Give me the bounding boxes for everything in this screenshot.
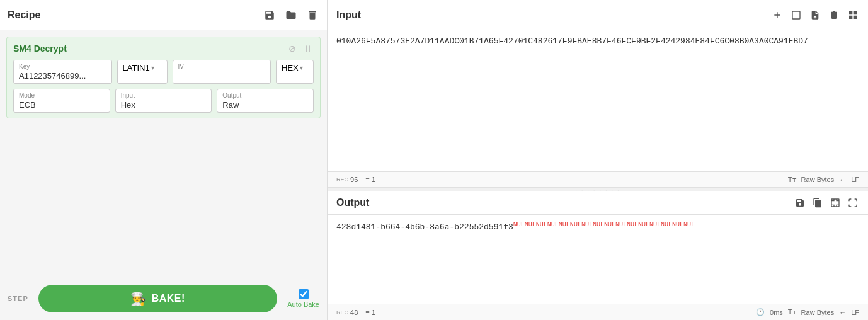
iv-field-box: IV [173,60,271,84]
input-text: 010A26F5A87573E2A7D11AADC01B71A65F42701C… [336,37,808,46]
bake-area: STEP 👨‍🍳 BAKE! Auto Bake [0,277,327,320]
raw-bytes-icon: Tᴛ [788,176,796,184]
grid-input-button[interactable] [847,9,859,21]
time-value: 0ms [770,309,783,316]
recipe-header-icons [263,8,319,22]
raw-bytes-label: Raw Bytes [801,176,835,183]
left-panel: Recipe SM4 Decrypt ⊘ ⏸ [0,0,328,320]
output-section: Output 428d1481-b664-4b6b-8a6a-b22552d59… [328,191,868,320]
null-bytes-text: NULNULNULNULNULNULNULNULNULNULNULNULNULN… [513,221,695,228]
input-field-box: Input Hex [115,89,212,113]
mode-value[interactable]: ECB [19,100,105,110]
clock-icon: 🕐 [756,308,765,316]
recipe-header: Recipe [0,0,327,30]
output-rec-value: 48 [350,309,358,316]
rec-value: 96 [350,176,358,183]
op-block-header: SM4 Decrypt ⊘ ⏸ [13,42,314,55]
latin-value: LATIN1 [123,63,150,72]
clear-input-button[interactable] [828,9,840,21]
key-encoding-field[interactable]: LATIN1 ▾ [117,60,168,84]
mode-field-box: Mode ECB [13,89,110,113]
iv-label: IV [178,63,266,70]
key-value[interactable]: A112235746899... [19,71,106,81]
iv-value[interactable] [178,71,266,81]
sm4-decrypt-block: SM4 Decrypt ⊘ ⏸ Key A112235746899... LAT… [6,37,321,118]
output-value[interactable]: Raw [222,100,308,110]
bake-label: BAKE! [152,293,185,304]
op-block-title: SM4 Decrypt [13,43,67,54]
lines-badge: ≡ 1 [365,176,375,183]
key-field-box: Key A112235746899... [13,60,112,84]
hex-select[interactable]: HEX ▾ [282,63,308,72]
output-rec-label: REC [336,309,348,316]
output-arrow-icon: ← [839,309,846,316]
input-content[interactable]: 010A26F5A87573E2A7D11AADC01B71A65F42701C… [328,30,868,171]
delete-recipe-button[interactable] [306,8,319,22]
bake-button[interactable]: 👨‍🍳 BAKE! [38,285,278,312]
chef-icon: 👨‍🍳 [130,291,147,306]
output-title: Output [336,197,369,209]
input-value[interactable]: Hex [121,100,207,110]
input-panel-title: Input [336,9,361,21]
output-lines-icon: ≡ [365,309,369,316]
output-lines-value: 1 [372,309,375,316]
input-statusbar: REC 96 ≡ 1 Tᴛ Raw Bytes ← LF [328,171,868,188]
lines-value: 1 [372,176,375,183]
output-field-box: Output Raw [217,89,314,113]
output-main-text: 428d1481-b664-4b6b-8a6a-b22552d591f3 [336,222,513,232]
hex-value: HEX [282,63,299,72]
arrow-icon: ← [839,176,846,183]
mode-input-output-row: Mode ECB Input Hex Output Raw [13,89,314,113]
latin-select[interactable]: LATIN1 ▾ [123,63,162,72]
iv-encoding-field[interactable]: HEX ▾ [276,60,314,84]
output-label: Output [222,92,308,99]
key-iv-row: Key A112235746899... LATIN1 ▾ IV HEX [13,60,314,84]
right-panel: Input 010A26F5A87573E2A7D11AADC01B71A65F… [328,0,868,320]
rec-label: REC [336,176,348,183]
output-line-ending-label: LF [851,309,859,316]
svg-rect-0 [792,11,800,19]
svg-rect-1 [831,199,839,207]
expand2-output-button[interactable] [829,197,842,209]
input-label: Input [121,92,207,99]
output-icons [794,197,859,209]
line-ending-label: LF [851,176,859,183]
input-status-left: REC 96 ≡ 1 [336,176,375,183]
output-raw-bytes-icon: Tᴛ [788,308,796,316]
input-panel-header: Input [328,0,868,30]
output-statusbar: REC 48 ≡ 1 🕐 0ms Tᴛ Raw Bytes ← LF [328,304,868,320]
auto-bake-label: Auto Bake [287,300,319,308]
pause-op-button[interactable]: ⏸ [302,42,314,55]
output-raw-bytes-label: Raw Bytes [801,309,835,316]
input-status-right: Tᴛ Raw Bytes ← LF [788,176,859,184]
output-status-right: 🕐 0ms Tᴛ Raw Bytes ← LF [756,308,859,316]
mode-label: Mode [19,92,105,99]
output-lines-badge: ≡ 1 [365,309,375,316]
output-header: Output [328,191,868,215]
open-folder-button[interactable] [284,8,298,22]
latin-chevron-icon: ▾ [151,64,154,71]
recipe-title: Recipe [8,9,40,21]
expand-input-button[interactable] [790,9,802,21]
output-rec-badge: REC 48 [336,309,358,316]
lines-icon: ≡ [365,176,369,183]
rec-badge: REC 96 [336,176,358,183]
auto-bake-wrap: Auto Bake [287,289,319,308]
import-input-button[interactable] [809,9,821,21]
output-content: 428d1481-b664-4b6b-8a6a-b22552d591f3NULN… [328,215,868,304]
output-status-left: REC 48 ≡ 1 [336,309,375,316]
save-output-button[interactable] [794,197,806,209]
fullscreen-output-button[interactable] [847,197,859,209]
add-input-button[interactable] [771,9,784,21]
disable-op-button[interactable]: ⊘ [287,42,297,55]
save-recipe-button[interactable] [263,8,277,22]
op-block-controls: ⊘ ⏸ [287,42,314,55]
operations-area: SM4 Decrypt ⊘ ⏸ Key A112235746899... LAT… [0,30,327,277]
input-panel-icons [771,9,859,21]
copy-output-button[interactable] [811,197,824,209]
key-label: Key [19,63,106,70]
hex-chevron-icon: ▾ [300,64,303,71]
step-label: STEP [8,295,28,302]
auto-bake-checkbox[interactable] [299,289,309,299]
